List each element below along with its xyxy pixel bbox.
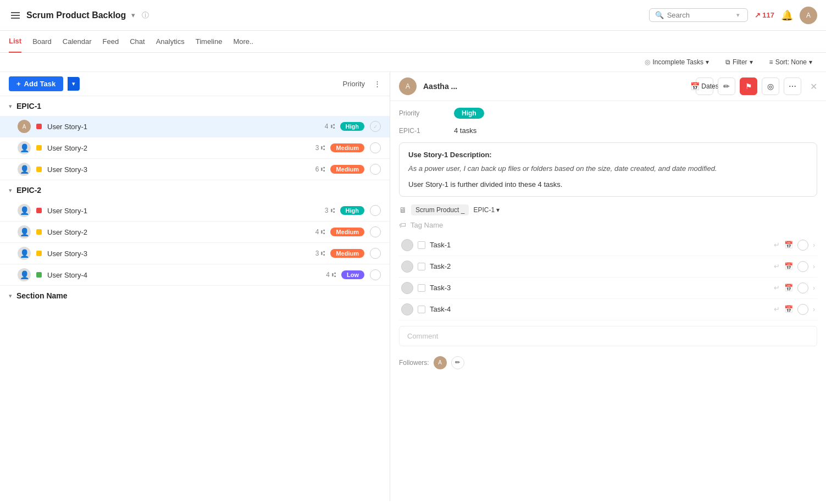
tab-chat[interactable]: Chat (130, 31, 145, 53)
search-icon: 🔍 (655, 11, 664, 19)
add-task-dropdown-button[interactable]: ▾ (68, 77, 80, 91)
notifications-badge[interactable]: ↗ 117 (755, 11, 774, 19)
subtask-expand-icon[interactable]: › (813, 284, 815, 292)
section-epic1-header[interactable]: ▾ EPIC-1 (0, 96, 390, 116)
priority-badge[interactable]: High (340, 206, 364, 215)
section-name-header[interactable]: ▾ Section Name (0, 286, 390, 306)
edit-followers-button[interactable]: ✏ (451, 356, 464, 369)
flag-button[interactable]: ⚑ (740, 77, 757, 95)
priority-badge[interactable]: Medium (330, 165, 364, 174)
subtask-complete-button[interactable] (797, 240, 808, 251)
priority-field-row: Priority High (399, 108, 817, 119)
priority-flag-icon (36, 251, 42, 256)
priority-flag-icon (36, 145, 42, 151)
tag-placeholder[interactable]: Tag Name (411, 221, 443, 229)
tab-analytics[interactable]: Analytics (156, 31, 185, 53)
avatar: 👤 (18, 141, 31, 154)
avatar[interactable]: A (800, 7, 817, 24)
subtask-expand-icon[interactable]: › (813, 306, 815, 313)
comment-input[interactable]: Comment (399, 326, 817, 346)
epic1-chevron-icon: ▾ (9, 103, 12, 110)
monitor-icon: 🖥 (399, 206, 407, 214)
subtask-name: Task-4 (430, 305, 769, 313)
subtask-row[interactable]: Task-4 ↵ 📅 › (399, 299, 817, 320)
main-layout: + Add Task ▾ Priority ⋮ ▾ EPIC-1 A User … (0, 72, 826, 501)
breadcrumb-project[interactable]: Scrum Product _ (411, 204, 469, 215)
complete-button[interactable] (370, 248, 381, 259)
dates-button[interactable]: 📅 Dates (696, 77, 713, 95)
priority-badge[interactable]: Medium (330, 228, 364, 236)
task-row[interactable]: A User Story-1 4⑆ High ✓ (0, 116, 390, 137)
incomplete-tasks-filter[interactable]: ◎ Incomplete Tasks ▾ (640, 56, 714, 68)
priority-badge[interactable]: Medium (330, 249, 364, 258)
right-panel: A Aastha ... 📅 Dates ✏ ⚑ ◎ ⋯ (390, 72, 826, 501)
search-box[interactable]: 🔍 ▾ (649, 8, 748, 22)
title-chevron-icon[interactable]: ▾ (131, 11, 135, 19)
filter-button[interactable]: ⧉ Filter ▾ (720, 56, 758, 68)
subtask-complete-button[interactable] (797, 283, 808, 293)
task-row[interactable]: 👤 User Story-2 3⑆ Medium (0, 137, 390, 159)
task-row[interactable]: 👤 User Story-2 4⑆ Medium (0, 221, 390, 243)
subtask-actions: ↵ 📅 › (774, 283, 815, 293)
breadcrumb-epic[interactable]: EPIC-1 ▾ (473, 206, 500, 214)
priority-field-value[interactable]: High (454, 108, 484, 119)
info-icon[interactable]: ⓘ (142, 10, 149, 20)
edit-button[interactable]: ✏ (718, 77, 735, 95)
filter-label: Filter (733, 58, 747, 66)
subtask-expand-icon[interactable]: › (813, 241, 815, 249)
sort-button[interactable]: ≡ Sort: None ▾ (764, 56, 817, 68)
tab-calendar[interactable]: Calendar (63, 31, 92, 53)
hamburger-icon[interactable] (9, 10, 22, 21)
subtask-row[interactable]: Task-2 ↵ 📅 › (399, 256, 817, 278)
subtask-checkbox[interactable] (418, 306, 425, 313)
complete-button[interactable] (370, 205, 381, 216)
subtask-actions: ↵ 📅 › (774, 304, 815, 315)
task-row[interactable]: 👤 User Story-3 3⑆ Medium (0, 243, 390, 264)
subtask-checkbox[interactable] (418, 263, 425, 270)
more-options-icon[interactable]: ⋮ (374, 80, 381, 88)
search-input[interactable] (667, 11, 733, 19)
complete-button[interactable] (370, 142, 381, 153)
subtask-checkbox[interactable] (418, 284, 425, 292)
epic1-title: EPIC-1 (16, 102, 41, 110)
priority-badge[interactable]: Low (341, 270, 364, 279)
subtask-row[interactable]: Task-3 ↵ 📅 › (399, 278, 817, 299)
section-epic2-header[interactable]: ▾ EPIC-2 (0, 180, 390, 200)
epic-field-row: EPIC-1 4 tasks (399, 126, 817, 135)
calendar-icon[interactable]: 📅 (784, 241, 793, 249)
task-row[interactable]: 👤 User Story-3 6⑆ Medium (0, 159, 390, 180)
sort-label: Sort: None (775, 58, 807, 66)
subtask-expand-icon[interactable]: › (813, 263, 815, 270)
calendar-icon[interactable]: 📅 (784, 305, 793, 313)
complete-button[interactable] (370, 164, 381, 175)
tab-timeline[interactable]: Timeline (196, 31, 223, 53)
subtask-row[interactable]: Task-1 ↵ 📅 › (399, 235, 817, 256)
priority-badge[interactable]: Medium (330, 143, 364, 152)
complete-button[interactable]: ✓ (370, 121, 381, 132)
subtask-complete-button[interactable] (797, 261, 808, 272)
toolbar-right: Priority ⋮ (343, 80, 381, 88)
bell-icon[interactable]: 🔔 (781, 9, 793, 21)
add-task-button[interactable]: + Add Task (9, 76, 63, 91)
task-row[interactable]: 👤 User Story-1 3⑆ High (0, 200, 390, 221)
priority-flag-icon (36, 208, 42, 213)
subtask-checkbox[interactable] (418, 241, 425, 249)
task-row[interactable]: 👤 User Story-4 4⑆ Low (0, 264, 390, 286)
detail-assignee-name: Aastha ... (423, 82, 689, 91)
tab-board[interactable]: Board (32, 31, 52, 53)
timer-button[interactable]: ◎ (762, 77, 779, 95)
calendar-icon[interactable]: 📅 (784, 284, 793, 292)
tab-list[interactable]: List (9, 31, 21, 53)
tab-more[interactable]: More.. (233, 31, 253, 53)
calendar-icon[interactable]: 📅 (784, 262, 793, 270)
more-button[interactable]: ⋯ (784, 77, 801, 95)
tab-feed[interactable]: Feed (103, 31, 119, 53)
breadcrumb-project-label: Scrum Product _ (415, 206, 464, 214)
close-button[interactable]: ✕ (810, 81, 817, 92)
epic2-chevron-icon: ▾ (9, 187, 12, 194)
subtask-complete-button[interactable] (797, 304, 808, 315)
priority-badge[interactable]: High (340, 122, 364, 131)
avatar: 👤 (18, 268, 31, 281)
complete-button[interactable] (370, 226, 381, 237)
complete-button[interactable] (370, 269, 381, 280)
